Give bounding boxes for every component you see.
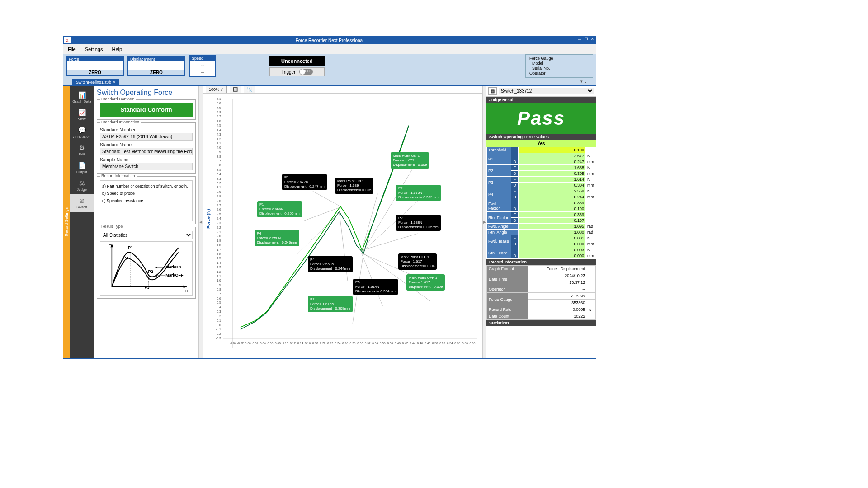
svg-text:0.4: 0.4: [217, 305, 222, 309]
app-logo-icon: Z: [64, 37, 71, 43]
svg-text:5.0: 5.0: [217, 102, 222, 105]
svg-line-111: [303, 207, 342, 221]
svg-text:0.9: 0.9: [217, 283, 222, 286]
graph-icon: 📊: [71, 91, 93, 99]
svg-text:F: F: [108, 244, 111, 248]
zoom-100-button[interactable]: 100%⤢: [206, 86, 227, 93]
svg-marker-11: [155, 267, 157, 268]
svg-text:3.7: 3.7: [217, 160, 222, 163]
displacement-zero-button[interactable]: ZERO: [128, 70, 184, 75]
nav-graph-data[interactable]: 📊Graph Data: [70, 89, 94, 106]
svg-text:5.1: 5.1: [217, 97, 222, 100]
chart-area[interactable]: -0.3-0.2-0.10.00.10.20.30.40.50.60.70.80…: [203, 94, 482, 358]
menu-help[interactable]: Help: [112, 47, 122, 52]
menu-file[interactable]: File: [68, 47, 76, 52]
svg-text:2.4: 2.4: [217, 217, 222, 220]
svg-text:3.0: 3.0: [217, 190, 222, 193]
svg-text:0.5: 0.5: [217, 301, 222, 304]
svg-text:0.2: 0.2: [217, 314, 222, 318]
svg-text:-0.3: -0.3: [216, 337, 221, 340]
connection-status: Unconnected: [269, 56, 325, 66]
app-window: Z Force Recorder Next Professional — ❐ ✕…: [63, 36, 596, 359]
view-icon: 📈: [71, 109, 93, 116]
svg-text:0.3: 0.3: [217, 310, 222, 313]
svg-text:1.7: 1.7: [217, 248, 222, 251]
record-settings-bar[interactable]: Record Settings: [63, 86, 70, 358]
svg-text:4.1: 4.1: [217, 141, 222, 145]
chart-toolbar: 100%⤢ 🔲 📉: [203, 86, 482, 94]
sample-name-field: Membrane Switch: [100, 163, 193, 170]
splitter-right[interactable]: ▶: [483, 86, 486, 358]
fit-button[interactable]: 🔲: [230, 86, 241, 93]
displacement-gauge: Displacement -- -- ZERO: [127, 56, 185, 76]
file-tab[interactable]: SwitchFeeling1.z3b ×: [72, 79, 119, 85]
trigger-toggle[interactable]: [299, 69, 313, 75]
svg-text:3.5: 3.5: [217, 168, 222, 171]
curve-button[interactable]: 📉: [244, 86, 255, 93]
statistics-header: Statistics1: [486, 320, 596, 326]
callout-moff-black: Mark Point OFF 1 Force= 1.617 Displaceme…: [398, 253, 437, 270]
tab-options-icon[interactable]: ▾ ⋮ ⋮: [580, 79, 593, 84]
svg-text:4.9: 4.9: [217, 106, 222, 109]
standard-number-field: ASTM F2592-16 (2016 Withdrawn): [100, 133, 193, 141]
close-icon[interactable]: ✕: [590, 36, 595, 42]
svg-text:2.0: 2.0: [217, 235, 222, 238]
result-type-group: Result Type All Statistics F D P1 P4: [97, 227, 196, 299]
svg-text:0.08: 0.08: [275, 342, 281, 345]
svg-text:0.30: 0.30: [357, 342, 363, 345]
nav-edit[interactable]: ⚙Edit: [70, 141, 94, 159]
svg-text:1.0: 1.0: [217, 279, 222, 282]
svg-text:P4: P4: [123, 256, 129, 260]
svg-text:-0.02: -0.02: [237, 342, 244, 345]
svg-text:2.5: 2.5: [217, 212, 222, 216]
svg-text:0.7: 0.7: [217, 292, 222, 296]
curve-icon: 📉: [247, 87, 252, 92]
result-type-select[interactable]: All Statistics: [100, 231, 193, 239]
pass-badge: Pass: [486, 103, 596, 134]
callout-p2-black: P2 Force= 1.688N Displacement= 0.305mm: [396, 215, 441, 231]
force-zero-button[interactable]: ZERO: [67, 70, 123, 75]
svg-text:0.20: 0.20: [320, 342, 326, 345]
switch-icon: ⎚: [71, 197, 93, 204]
svg-text:Force (N): Force (N): [206, 209, 211, 229]
svg-text:0.04: 0.04: [260, 342, 266, 345]
menu-settings[interactable]: Settings: [85, 47, 103, 52]
svg-text:0.18: 0.18: [312, 342, 318, 345]
svg-text:4.0: 4.0: [217, 146, 222, 149]
nav-output[interactable]: 📄Output: [70, 159, 94, 177]
svg-text:3.3: 3.3: [217, 177, 222, 180]
svg-text:1.8: 1.8: [217, 244, 222, 247]
callout-p4-black: P4 Force= 2.558N Displacement= 0.244mm: [308, 256, 353, 272]
maximize-icon[interactable]: ❐: [583, 36, 589, 42]
svg-text:1.9: 1.9: [217, 239, 222, 242]
nav-view[interactable]: 📈View: [70, 106, 94, 124]
svg-text:0.42: 0.42: [402, 342, 408, 345]
svg-line-112: [362, 234, 418, 250]
force-gauge: Force -- -- ZERO: [66, 56, 124, 76]
side-nav: 📊Graph Data 📈View 💬Annotation ⚙Edit 📄Out…: [70, 86, 94, 358]
callout-p3-black: P3 Force= 1.614N Displacement= 0.304mm: [353, 279, 398, 295]
splitter-left[interactable]: ◀: [199, 86, 203, 358]
svg-text:0.50: 0.50: [432, 342, 438, 345]
force-gauge-info: Force Gauge Model Serial No. Operator: [525, 54, 593, 78]
grid-icon[interactable]: ▦: [488, 87, 497, 95]
svg-text:3.1: 3.1: [217, 186, 222, 189]
svg-text:0.32: 0.32: [365, 342, 371, 345]
svg-line-114: [362, 194, 377, 250]
record-select[interactable]: Switch_133712: [499, 88, 594, 94]
nav-switch[interactable]: ⎚Switch: [70, 194, 94, 212]
zoom-icon: ⤢: [220, 87, 224, 92]
fit-icon: 🔲: [233, 87, 238, 92]
right-panel: ▦ Switch_133712 Judge Result Pass Switch…: [486, 86, 596, 358]
svg-text:2.7: 2.7: [217, 204, 222, 207]
nav-annotation[interactable]: 💬Annotation: [70, 124, 94, 141]
tab-close-icon[interactable]: ×: [113, 80, 115, 84]
report-text[interactable]: a) Part number or description of switch,…: [100, 180, 193, 221]
svg-text:0.54: 0.54: [447, 342, 453, 345]
standard-conform-button[interactable]: Standard Conform: [100, 103, 193, 117]
svg-text:0.24: 0.24: [335, 342, 341, 345]
nav-judge[interactable]: ⚖Judge: [70, 177, 94, 194]
svg-text:0.36: 0.36: [380, 342, 386, 345]
minimize-icon[interactable]: —: [577, 36, 582, 42]
title-bar: Z Force Recorder Next Professional — ❐ ✕: [63, 36, 596, 44]
